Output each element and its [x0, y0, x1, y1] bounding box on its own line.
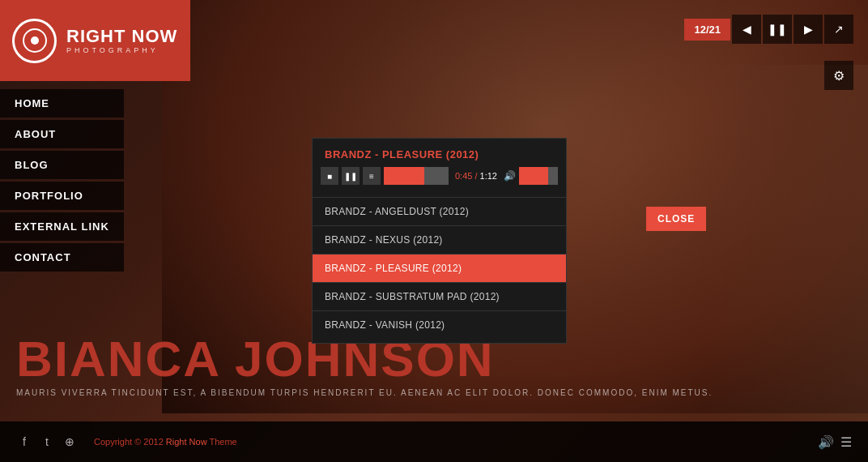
hero-subtitle: MAURIS VIVERRA TINCIDUNT EST, A BIBENDUM… [16, 388, 713, 397]
slide-counter: 12/21 [684, 19, 730, 41]
logo-icon [12, 19, 57, 63]
footer-right: 🔊 ☰ [818, 434, 852, 450]
track-list: BRANDZ - ANGELDUST (2012) BRANDZ - NEXUS… [313, 193, 566, 343]
volume-icon: 🔊 [504, 170, 516, 182]
sidebar-item-blog[interactable]: BLOG [0, 151, 124, 179]
facebook-icon[interactable]: f [16, 435, 32, 448]
twitter-icon[interactable]: t [39, 435, 55, 448]
player-time-total: 1:12 [480, 171, 497, 181]
slideshow-controls: 12/21 ◀ ❚❚ ▶ ↗ [684, 15, 853, 44]
logo[interactable]: RIGHT NOW PHOTOGRAPHY [0, 0, 190, 81]
player-list-button[interactable]: ≡ [363, 167, 381, 185]
track-item-2[interactable]: BRANDZ - PLEASURE (2012) [313, 255, 566, 282]
sidebar-item-about[interactable]: ABOUT [0, 120, 124, 148]
track-item-3[interactable]: BRANDZ - SUBSTRATUM PAD (2012) [313, 283, 566, 310]
logo-text: RIGHT NOW PHOTOGRAPHY [66, 27, 177, 54]
sidebar-item-external-link[interactable]: EXTERNAL LINK [0, 212, 124, 241]
player-stop-button[interactable]: ■ [321, 167, 338, 185]
logo-icon-inner [23, 28, 47, 53]
player-title: BRANDZ - PLEASURE (2012) [313, 139, 566, 167]
player-controls-bar: ■ ❚❚ ≡ 0:45 / 1:12 🔊 [313, 167, 566, 193]
logo-tagline: PHOTOGRAPHY [66, 46, 177, 54]
close-button[interactable]: CLOSE [646, 207, 706, 231]
copyright-text: Copyright © 2012 [94, 437, 164, 447]
player-time-separator: / [472, 171, 479, 181]
footer-left: f t ⊕ Copyright © 2012 Right Now Theme [16, 435, 237, 448]
sidebar-item-home[interactable]: HOME [0, 89, 124, 118]
slide-next-button[interactable]: ▶ [794, 15, 823, 44]
footer: f t ⊕ Copyright © 2012 Right Now Theme 🔊… [0, 421, 868, 462]
player-volume-bar[interactable] [519, 167, 558, 185]
footer-volume-button[interactable]: 🔊 [818, 434, 834, 450]
player-progress-fill [384, 167, 424, 185]
slide-pause-button[interactable]: ❚❚ [763, 15, 792, 44]
rss-icon[interactable]: ⊕ [62, 435, 78, 448]
statue-area [706, 65, 868, 421]
footer-brand-link[interactable]: Right Now [166, 437, 207, 447]
top-navigation: RIGHT NOW PHOTOGRAPHY 12/21 ◀ ❚❚ ▶ ↗ [0, 0, 868, 81]
track-item-0[interactable]: BRANDZ - ANGELDUST (2012) [313, 198, 566, 225]
social-links: f t ⊕ [16, 435, 78, 448]
slide-prev-button[interactable]: ◀ [732, 15, 761, 44]
sidebar-item-portfolio[interactable]: PORTFOLIO [0, 182, 124, 210]
player-volume-fill [519, 167, 548, 185]
track-item-4[interactable]: BRANDZ - VANISH (2012) [313, 311, 566, 339]
footer-copyright: Copyright © 2012 Right Now Theme [94, 437, 237, 447]
sidebar-navigation: HOME ABOUT BLOG PORTFOLIO EXTERNAL LINK … [0, 89, 124, 272]
footer-list-button[interactable]: ☰ [840, 434, 852, 450]
music-player-modal: BRANDZ - PLEASURE (2012) ■ ❚❚ ≡ 0:45 / 1… [312, 138, 567, 344]
player-time-current: 0:45 [455, 171, 472, 181]
track-item-1[interactable]: BRANDZ - NEXUS (2012) [313, 226, 566, 254]
sidebar-item-contact[interactable]: CONTACT [0, 243, 124, 272]
player-time: 0:45 / 1:12 [455, 171, 497, 181]
slide-share-button[interactable]: ↗ [824, 15, 853, 44]
footer-theme-text: Theme [209, 437, 236, 447]
player-pause-button[interactable]: ❚❚ [342, 167, 360, 185]
logo-brand: RIGHT NOW [66, 27, 177, 46]
settings-button[interactable]: ⚙ [824, 61, 853, 90]
player-progress-bar[interactable] [384, 167, 449, 185]
